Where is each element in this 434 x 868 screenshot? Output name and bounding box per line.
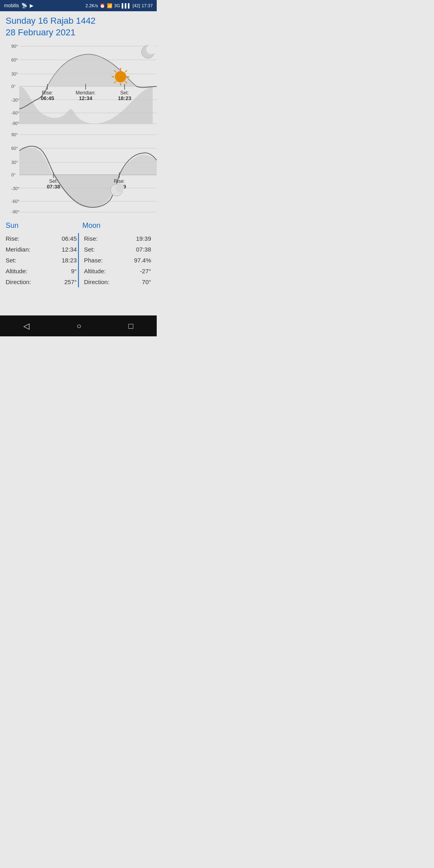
moon-set-label: Set: <box>84 246 95 253</box>
info-table: Sun Moon Rise: 06:45 Meridian: 12:34 Set… <box>0 217 157 291</box>
alarm-icon: ⏰ <box>100 3 105 8</box>
moon-shadow <box>146 45 156 54</box>
carrier-name: mobilis <box>4 3 19 8</box>
svg-line-25 <box>125 70 127 72</box>
sun-altitude-row: Altitude: 9° <box>6 266 77 276</box>
sun-rise-row: Rise: 06:45 <box>6 233 77 244</box>
y-label-60: 60° <box>11 57 18 62</box>
sun-rise-label: Rise: <box>6 235 19 242</box>
svg-text:07:38: 07:38 <box>47 184 60 190</box>
moon-rise-label: Rise: <box>84 235 98 242</box>
battery-level: [42] <box>133 3 140 8</box>
clock: 17:37 <box>141 3 153 8</box>
sun-chart: 90° 60° 30° 0° -30° -60° -90° <box>0 41 157 129</box>
svg-text:Set:: Set: <box>120 90 129 96</box>
sun-direction-label: Direction: <box>6 278 31 285</box>
svg-text:Rise:: Rise: <box>114 178 125 184</box>
sun-chart-svg: 90° 60° 30° 0° -30° -60° -90° <box>0 41 157 129</box>
svg-text:06:45: 06:45 <box>41 95 54 101</box>
svg-text:12:34: 12:34 <box>79 95 92 101</box>
moon-phase-row: Phase: 97.4% <box>84 255 151 266</box>
moon-phase-value: 97.4% <box>134 257 151 264</box>
youtube-icon: ▶ <box>30 3 33 8</box>
sun-direction-value: 257° <box>64 278 77 285</box>
moon-set-row: Set: 07:38 <box>84 244 151 255</box>
svg-text:-30°: -30° <box>11 186 19 191</box>
moon-direction-value: 70° <box>142 278 151 285</box>
sun-set-value: 18:23 <box>61 257 77 264</box>
back-button[interactable]: ◁ <box>23 321 29 331</box>
sun-meridian-value: 12:34 <box>61 246 77 253</box>
moon-altitude-row: Altitude: -27° <box>84 266 151 276</box>
y-label-30: 30° <box>11 72 18 76</box>
sun-header: Sun <box>6 221 78 230</box>
info-headers: Sun Moon <box>6 221 151 230</box>
sun-set-row: Set: 18:23 <box>6 255 77 266</box>
status-right: 2.2K/s ⏰ 📶 3G ▌▌▌ [42] 17:37 <box>86 3 153 8</box>
svg-text:Meridian:: Meridian: <box>76 90 95 96</box>
moon-above-fill <box>19 148 52 175</box>
gregorian-date: 28 February 2021 <box>6 27 151 39</box>
home-button[interactable]: ○ <box>76 321 81 331</box>
y-label-90-top: 90° <box>11 44 18 49</box>
moon-shadow-overlay <box>115 183 124 192</box>
wifi-icon: 📶 <box>107 3 113 8</box>
y-label-neg30: -30° <box>11 98 19 102</box>
islamic-date: Sunday 16 Rajab 1442 <box>6 15 151 27</box>
svg-text:Rise:: Rise: <box>42 90 53 96</box>
nav-bar: ◁ ○ □ <box>0 315 157 336</box>
sun-set-label: Set: <box>6 257 16 264</box>
sun-body <box>115 71 126 82</box>
moon-data-col: Rise: 19:39 Set: 07:38 Phase: 97.4% Alti… <box>78 233 151 287</box>
moon-altitude-value: -27° <box>140 268 151 274</box>
moon-chart-svg: 90° 60° 30° 0° -30° -60° -90° Set: 07:38 <box>0 129 157 217</box>
sun-meridian-row: Meridian: 12:34 <box>6 244 77 255</box>
info-data: Rise: 06:45 Meridian: 12:34 Set: 18:23 A… <box>6 233 151 287</box>
sun-direction-row: Direction: 257° <box>6 276 77 287</box>
sun-rise-value: 06:45 <box>61 235 77 242</box>
moon-altitude-label: Altitude: <box>84 268 106 274</box>
moon-below-fill <box>52 175 119 207</box>
moon-phase-label: Phase: <box>84 257 103 264</box>
y-label-neg90: -90° <box>11 121 19 126</box>
speed-indicator: 2.2K/s <box>86 3 98 8</box>
moon-header: Moon <box>78 221 151 230</box>
recents-button[interactable]: □ <box>128 321 133 331</box>
cast-icon: 📡 <box>21 3 27 8</box>
moon-set-value: 07:38 <box>136 246 151 253</box>
moon-rise-row: Rise: 19:39 <box>84 233 151 244</box>
moon-direction-row: Direction: 70° <box>84 276 151 287</box>
sun-altitude-value: 9° <box>71 268 77 274</box>
moon-chart: 90° 60° 30° 0° -30° -60° -90° Set: 07:38 <box>0 129 157 217</box>
sun-altitude-label: Altitude: <box>6 268 27 274</box>
svg-text:18:23: 18:23 <box>118 95 131 101</box>
svg-text:-60°: -60° <box>11 199 19 204</box>
svg-text:60°: 60° <box>11 146 18 151</box>
sun-meridian-label: Meridian: <box>6 246 31 253</box>
svg-text:0°: 0° <box>11 172 16 177</box>
sun-data-col: Rise: 06:45 Meridian: 12:34 Set: 18:23 A… <box>6 233 78 287</box>
moon-rise-value: 19:39 <box>136 235 151 242</box>
date-title: Sunday 16 Rajab 1442 28 February 2021 <box>6 15 151 38</box>
svg-text:90°: 90° <box>11 132 18 137</box>
svg-text:-90°: -90° <box>11 209 19 214</box>
signal-icon: ▌▌▌ <box>122 3 131 8</box>
moon-direction-label: Direction: <box>84 278 109 285</box>
y-label-neg60: -60° <box>11 111 19 115</box>
spacer <box>0 291 157 315</box>
svg-text:Set:: Set: <box>49 178 57 184</box>
svg-text:30°: 30° <box>11 160 18 165</box>
date-header: Sunday 16 Rajab 1442 28 February 2021 <box>0 11 157 41</box>
network-icon: 3G <box>114 3 120 8</box>
y-label-0: 0° <box>11 84 16 89</box>
status-bar: mobilis 📡 ▶ 2.2K/s ⏰ 📶 3G ▌▌▌ [42] 17:37 <box>0 0 157 11</box>
status-left: mobilis 📡 ▶ <box>4 3 33 8</box>
